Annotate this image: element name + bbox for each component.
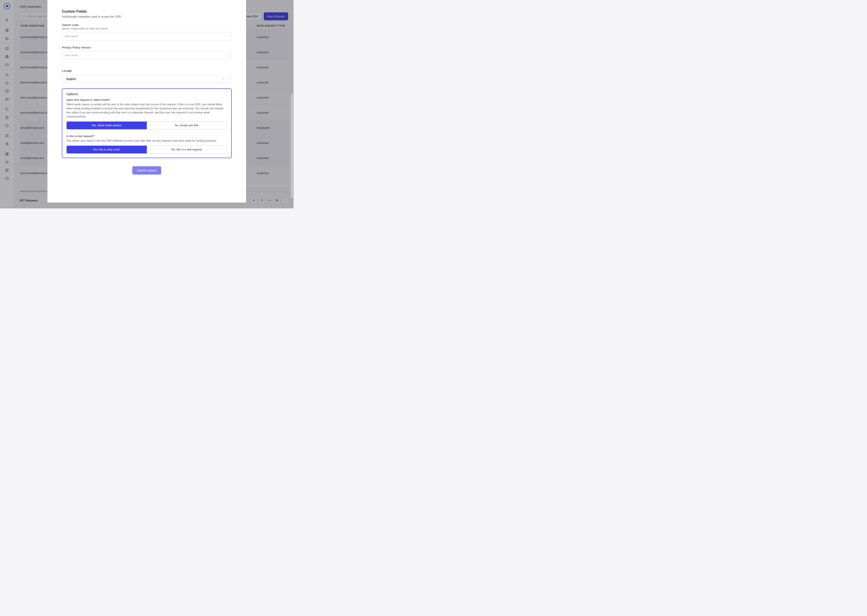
privacy-policy-label: Privacy Policy Version [62,46,232,49]
locale-select[interactable]: English [62,75,232,83]
new-request-modal: Custom Fields Additionally metadata used… [47,0,246,203]
test-request-yes[interactable]: Yes, this is only a test. [66,146,147,153]
silent-mode-no[interactable]: No, emails are fine. [147,122,227,129]
silent-mode-yes[interactable]: Yes, silent mode please. [66,122,147,129]
options-title: Options [66,92,227,96]
privacy-policy-select[interactable]: Add values [62,51,232,59]
test-request-question: Is this a test request? [66,134,227,138]
silent-mode-help: Silent mode means no emails will be sent… [66,102,227,119]
silent-mode-question: Open this request in silent mode? [66,98,227,102]
chevron-down-icon [226,53,229,57]
test-request-help: This allows your team to test the DSR fu… [66,139,227,143]
chevron-down-icon [226,77,229,81]
clear-icon[interactable] [221,77,224,81]
test-request-no[interactable]: No, this is a real request. [147,146,227,153]
silent-mode-toggle: Yes, silent mode please. No, emails are … [66,121,227,129]
page-scrollbar[interactable] [290,0,293,208]
custom-fields-title: Custom Fields [62,9,232,14]
chevron-down-icon [226,35,229,38]
search-lead-help: person responsible for their job search [62,27,232,30]
submit-request-button[interactable]: Submit request [132,166,161,174]
test-request-toggle: Yes, this is only a test. No, this is a … [66,146,227,154]
custom-fields-sub: Additionally metadata used to scope the … [62,15,232,18]
locale-value: English [65,77,77,81]
search-lead-select[interactable]: Add values [62,32,232,40]
search-lead-placeholder: Add values [65,35,78,38]
scrollbar-thumb[interactable] [291,94,293,198]
privacy-policy-placeholder: Add values [65,54,78,57]
locale-label: Locale [62,69,232,72]
options-card: Options Open this request in silent mode… [62,88,232,158]
search-lead-label: Search Lead [62,23,232,27]
